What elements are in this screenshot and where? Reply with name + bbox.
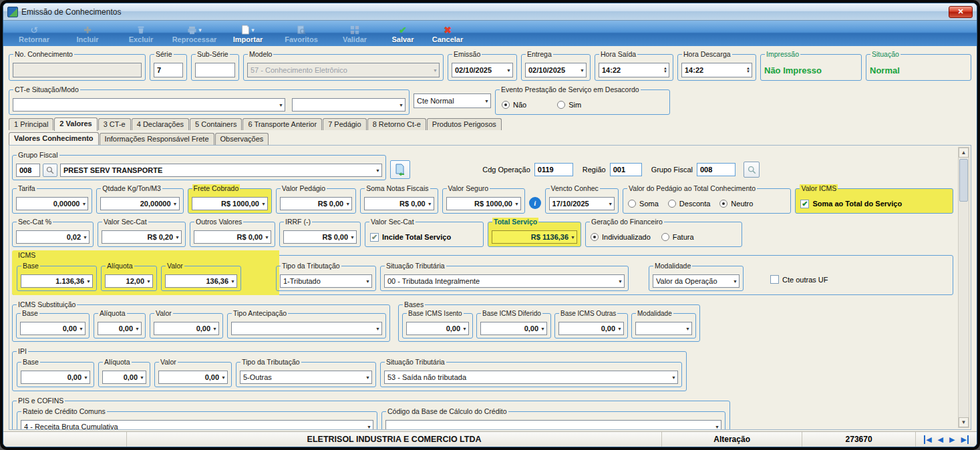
- scroll-up-icon[interactable]: ▲: [959, 148, 969, 158]
- toolbar-button-favoritos[interactable]: Favoritos: [276, 23, 327, 45]
- checkbox-incide-total-servico[interactable]: ✔: [370, 233, 379, 242]
- tab-retorno-cte[interactable]: 8 Retorno Ct-e: [367, 118, 426, 130]
- icms-tipo-combo[interactable]: 1-Tributado▼: [280, 274, 372, 288]
- field-situacao: Situação Normal: [866, 54, 971, 81]
- icms-modalidade-combo[interactable]: Valor da Operação▼: [653, 274, 740, 288]
- grupo-fiscal-combo[interactable]: PREST SERV TRANSPORTE▼: [60, 164, 382, 177]
- icms-base-combo[interactable]: 1.136,36▼: [21, 274, 93, 288]
- ipi-situacao-combo[interactable]: 53 - Saída não tributada▼: [384, 371, 678, 384]
- tab-principal[interactable]: 1 Principal: [9, 118, 53, 130]
- radio-individualizado[interactable]: Individualizado: [591, 233, 651, 241]
- grupo-fiscal-input2[interactable]: 008: [697, 163, 736, 176]
- valor-pedagio-combo[interactable]: R$ 0,00▼: [280, 197, 352, 210]
- grupo-fiscal-search-button-2[interactable]: [744, 162, 760, 178]
- tab-containers[interactable]: 5 Containers: [190, 118, 242, 130]
- seccat-pct-combo[interactable]: 0,02▼: [16, 230, 90, 244]
- toolbar-button-incluir[interactable]: ✚ Incluir: [62, 23, 113, 45]
- sub-serie-input[interactable]: [195, 63, 235, 77]
- hora-saida-input[interactable]: 14:22▲▼: [599, 63, 669, 77]
- valor-seccat-combo[interactable]: R$ 0,20▼: [102, 230, 182, 244]
- entrega-combo[interactable]: 02/10/2025▼: [525, 63, 587, 77]
- base-icms-diferido-combo[interactable]: 0,00▼: [480, 322, 547, 335]
- field-label: Modalidade: [636, 309, 673, 318]
- radio-pedagio-neutro[interactable]: Neutro: [719, 200, 753, 208]
- irrf-combo[interactable]: R$ 0,00▼: [283, 230, 357, 244]
- checkbox-soma-total-servico[interactable]: ✔: [800, 200, 809, 208]
- rateio-credito-combo[interactable]: 4 - Receita Bruta Cumulativa▼: [21, 420, 373, 430]
- valor-seguro-combo[interactable]: R$ 1000,00▼: [446, 197, 521, 210]
- subtab-informacoes-responsavel-frete[interactable]: Informações Responsável Frete: [100, 133, 214, 145]
- base-icms-outras-combo[interactable]: 0,00▼: [558, 322, 624, 335]
- nav-next-icon[interactable]: ▶: [949, 435, 955, 444]
- frete-cobrado-combo[interactable]: R$ 1000,00▼: [192, 197, 268, 210]
- icmssub-base-combo[interactable]: 0,00▼: [20, 322, 86, 335]
- toolbar-button-importar[interactable]: ▾ Importar: [222, 23, 273, 45]
- icms-aliquota-combo[interactable]: 12,00▼: [105, 274, 153, 288]
- nav-previous-icon[interactable]: ◀: [938, 435, 943, 444]
- radio-pedagio-desconta[interactable]: Desconta: [668, 200, 710, 208]
- subtab-observacoes[interactable]: Observações: [215, 133, 269, 145]
- grupo-fiscal-code-input[interactable]: 008: [16, 164, 40, 177]
- tab-valores[interactable]: 2 Valores: [54, 118, 97, 131]
- no-conhecimento-input[interactable]: [13, 63, 142, 77]
- radio-evento-sim[interactable]: Sim: [557, 101, 581, 109]
- scrollbar-thumb[interactable]: [959, 159, 968, 202]
- checkbox-cte-outras-uf[interactable]: ✔: [770, 275, 779, 284]
- chevron-down-icon: ▼: [212, 326, 217, 331]
- cte-normal-combo[interactable]: Cte Normal▼: [414, 93, 491, 108]
- nav-first-icon[interactable]: ◀: [924, 435, 931, 444]
- time-spinner[interactable]: ▲▼: [746, 67, 750, 73]
- cdg-operacao-input[interactable]: 0119: [534, 163, 573, 176]
- tipo-antecipacao-combo[interactable]: ▼: [231, 322, 382, 335]
- icmssub-valor-combo[interactable]: 0,00▼: [154, 322, 219, 335]
- close-button[interactable]: ✕: [949, 6, 973, 18]
- scroll-down-icon[interactable]: ▼: [959, 417, 969, 427]
- tarifa-combo[interactable]: 0,00000▼: [16, 197, 88, 210]
- tab-produtos-perigosos[interactable]: Produtos Perigosos: [427, 118, 502, 130]
- hora-descarga-input[interactable]: 14:22▲▼: [681, 63, 752, 77]
- ipi-aliquota-combo[interactable]: 0,00▼: [102, 371, 146, 384]
- icmssub-aliquota-combo[interactable]: 0,00▼: [98, 322, 142, 335]
- soma-notas-combo[interactable]: R$ 0,00▼: [364, 197, 434, 210]
- copy-document-button[interactable]: [390, 160, 410, 179]
- toolbar-button-cancelar[interactable]: ✖ Cancelar: [426, 23, 470, 45]
- radio-fatura[interactable]: Fatura: [661, 233, 694, 241]
- serie-input[interactable]: 7: [154, 63, 183, 77]
- total-servico-combo[interactable]: R$ 1136,36▼: [492, 230, 577, 244]
- codigo-base-credito-combo[interactable]: ▼: [385, 420, 721, 430]
- vertical-scrollbar[interactable]: ▲ ▼: [958, 147, 969, 428]
- radio-pedagio-soma[interactable]: Soma: [628, 200, 659, 208]
- toolbar-button-reprocessar[interactable]: ▾ Reprocessar: [169, 23, 220, 45]
- toolbar-button-excluir[interactable]: Excluir: [116, 23, 166, 45]
- tab-transporte-anterior[interactable]: 6 Transporte Anterior: [242, 118, 322, 130]
- toolbar-button-retornar[interactable]: ↺ Retornar: [9, 23, 59, 45]
- qtdade-combo[interactable]: 20,00000▼: [100, 197, 179, 210]
- subtab-valores-conhecimento[interactable]: Valores Conhecimento: [9, 132, 99, 146]
- radio-evento-nao[interactable]: Não: [502, 101, 526, 109]
- toolbar-button-salvar[interactable]: ✔ Salvar: [383, 23, 423, 45]
- icms-situacao-combo[interactable]: 00 - Tributada Integralmente▼: [384, 274, 625, 288]
- nav-last-icon[interactable]: ▶: [961, 435, 969, 444]
- tab-pedagio[interactable]: 7 Pedágio: [323, 118, 367, 130]
- time-spinner[interactable]: ▲▼: [663, 67, 667, 73]
- outros-valores-combo[interactable]: R$ 0,00▼: [194, 230, 271, 244]
- emissao-combo[interactable]: 02/10/2025▼: [452, 63, 513, 77]
- grupo-fiscal-search-button[interactable]: [43, 164, 57, 177]
- bases-modalidade-combo[interactable]: ▼: [635, 322, 692, 335]
- ipi-tipo-combo[interactable]: 5-Outras▼: [240, 371, 372, 384]
- vencto-conhec-combo[interactable]: 17/10/2025▼: [549, 197, 615, 210]
- toolbar-button-validar[interactable]: Validar: [329, 23, 380, 45]
- modelo-combo[interactable]: 57 - Conhecimento Eletrônico▼: [247, 63, 440, 77]
- cte-situacao-combo[interactable]: ▼: [13, 98, 285, 111]
- ipi-valor-combo[interactable]: 0,00▼: [158, 371, 228, 384]
- tab-cte[interactable]: 3 CT-e: [98, 118, 131, 130]
- cte-modo-combo[interactable]: ▼: [292, 98, 405, 111]
- ipi-base-combo[interactable]: 0,00▼: [21, 371, 90, 384]
- icms-valor-combo[interactable]: 136,36▼: [165, 274, 237, 288]
- spinner-down-icon[interactable]: ▼: [663, 70, 667, 73]
- spinner-down-icon[interactable]: ▼: [746, 70, 750, 73]
- info-icon[interactable]: i: [529, 197, 541, 209]
- regiao-input[interactable]: 001: [610, 163, 642, 176]
- tab-declaracoes[interactable]: 4 Declarações: [132, 118, 189, 130]
- base-icms-isento-combo[interactable]: 0,00▼: [406, 322, 469, 335]
